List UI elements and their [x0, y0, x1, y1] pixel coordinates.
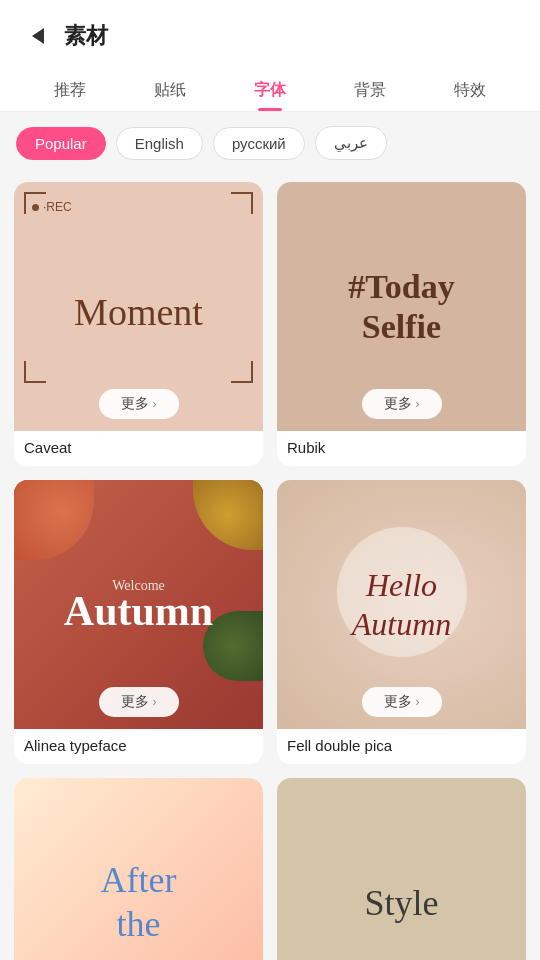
filter-popular[interactable]: Popular: [16, 127, 106, 160]
card-rubik-preview: #TodaySelfie 更多 ›: [277, 182, 526, 431]
fell-label: Fell double pica: [277, 729, 526, 764]
card-after[interactable]: Afterthe 更多 ›: [14, 778, 263, 960]
tab-beijing[interactable]: 背景: [320, 68, 420, 111]
last-font-text: Style: [364, 882, 438, 924]
card-rubik[interactable]: #TodaySelfie 更多 › Rubik: [277, 182, 526, 466]
page-title: 素材: [64, 21, 108, 51]
rubik-font-text: #TodaySelfie: [348, 267, 454, 345]
more-arrow-icon: ›: [416, 695, 420, 709]
header: 素材: [0, 0, 540, 68]
card-fell-preview: HelloAutumn 更多 ›: [277, 480, 526, 729]
card-caveat[interactable]: ·REC Moment 更多 › Caveat: [14, 182, 263, 466]
filter-bar: Popular English русский عربي: [0, 112, 540, 174]
rec-dot: [32, 204, 39, 211]
alinea-text-wrap: Welcome Autumn: [64, 578, 213, 632]
filter-english[interactable]: English: [116, 127, 203, 160]
card-alinea-preview: Welcome Autumn 更多 ›: [14, 480, 263, 729]
filter-russian[interactable]: русский: [213, 127, 305, 160]
rec-label: ·REC: [32, 200, 72, 214]
back-button[interactable]: [20, 18, 56, 54]
alinea-label: Alinea typeface: [14, 729, 263, 764]
font-grid: ·REC Moment 更多 › Caveat #TodaySelfie 更多 …: [0, 174, 540, 960]
rubik-more-button[interactable]: 更多 ›: [362, 389, 442, 419]
back-icon: [32, 28, 44, 44]
filter-arabic[interactable]: عربي: [315, 126, 387, 160]
more-arrow-icon: ›: [153, 397, 157, 411]
rubik-label: Rubik: [277, 431, 526, 466]
after-font-text: Afterthe: [101, 859, 177, 945]
caveat-label: Caveat: [14, 431, 263, 466]
card-after-preview: Afterthe 更多 ›: [14, 778, 263, 960]
card-last-preview: Style 更多 ›: [277, 778, 526, 960]
tab-ziti[interactable]: 字体: [220, 68, 320, 111]
tab-texiao[interactable]: 特效: [420, 68, 520, 111]
alinea-more-button[interactable]: 更多 ›: [99, 687, 179, 717]
card-last[interactable]: Style 更多 ›: [277, 778, 526, 960]
card-fell[interactable]: HelloAutumn 更多 › Fell double pica: [277, 480, 526, 764]
corner-br: [231, 361, 253, 383]
caveat-font-text: Moment: [74, 290, 203, 334]
more-arrow-icon: ›: [153, 695, 157, 709]
alinea-main-text: Autumn: [64, 588, 213, 634]
card-alinea[interactable]: Welcome Autumn 更多 › Alinea typeface: [14, 480, 263, 764]
fell-more-button[interactable]: 更多 ›: [362, 687, 442, 717]
caveat-more-button[interactable]: 更多 ›: [99, 389, 179, 419]
tab-bar: 推荐 贴纸 字体 背景 特效: [0, 68, 540, 112]
corner-tr: [231, 192, 253, 214]
card-caveat-preview: ·REC Moment 更多 ›: [14, 182, 263, 431]
tab-tianzhi[interactable]: 贴纸: [120, 68, 220, 111]
tab-tuijian[interactable]: 推荐: [20, 68, 120, 111]
more-arrow-icon: ›: [416, 397, 420, 411]
fell-font-text: HelloAutumn: [352, 566, 452, 643]
corner-bl: [24, 361, 46, 383]
